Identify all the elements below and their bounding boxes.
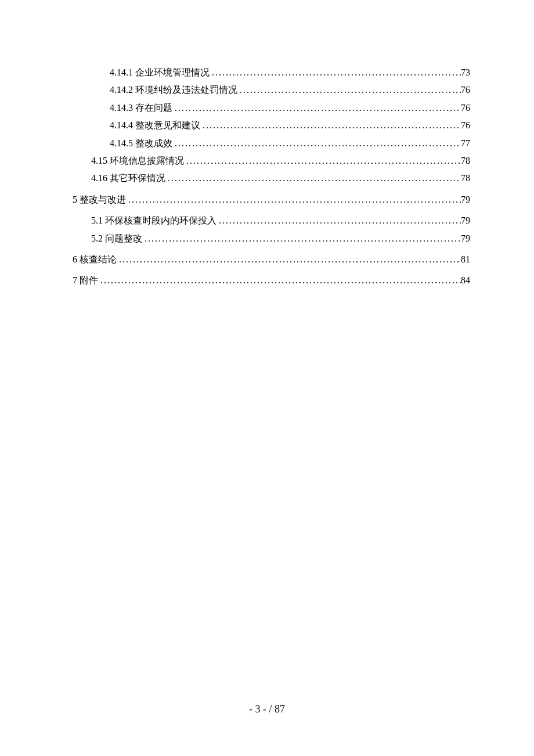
toc-label: 4.14.3 存在问题 bbox=[110, 99, 172, 117]
toc-entry: 5 整改与改进79 bbox=[73, 191, 470, 208]
toc-entry: 5.2 问题整改79 bbox=[73, 230, 470, 247]
toc-entry: 4.14.5 整改成效77 bbox=[73, 135, 470, 152]
toc-entry: 4.14.4 整改意见和建议76 bbox=[73, 117, 470, 134]
toc-label: 4.14.4 整改意见和建议 bbox=[110, 117, 200, 134]
toc-page-number: 79 bbox=[461, 212, 470, 229]
toc-entry: 7 附件84 bbox=[73, 272, 470, 289]
toc-leader-dots bbox=[172, 135, 461, 152]
toc-entry: 4.14.3 存在问题76 bbox=[73, 99, 470, 117]
toc-page-number: 84 bbox=[461, 272, 470, 289]
toc-label: 7 附件 bbox=[73, 272, 98, 289]
page-footer: - 3 - / 87 bbox=[0, 703, 534, 715]
toc-label: 4.14.1 企业环境管理情况 bbox=[110, 64, 210, 81]
toc-entry: 4.15 环境信息披露情况78 bbox=[73, 152, 470, 170]
toc-leader-dots bbox=[210, 64, 461, 81]
toc-label: 5.1 环保核查时段内的环保投入 bbox=[91, 212, 217, 229]
toc-page-number: 76 bbox=[461, 117, 470, 134]
toc-entry: 4.16 其它环保情况78 bbox=[73, 170, 470, 187]
toc-label: 5 整改与改进 bbox=[73, 191, 126, 208]
toc-label: 4.14.2 环境纠纷及违法处罚情况 bbox=[110, 81, 237, 99]
toc-leader-dots bbox=[237, 81, 461, 99]
toc-page-number: 76 bbox=[461, 81, 470, 99]
toc-page-number: 78 bbox=[461, 170, 470, 187]
toc-page-number: 76 bbox=[461, 99, 470, 117]
toc-page-number: 77 bbox=[461, 135, 470, 152]
toc-entry: 6 核查结论81 bbox=[73, 251, 470, 268]
toc-label: 5.2 问题整改 bbox=[91, 230, 142, 247]
page-content: 4.14.1 企业环境管理情况734.14.2 环境纠纷及违法处罚情况764.1… bbox=[0, 0, 534, 290]
toc-leader-dots bbox=[200, 117, 461, 134]
toc-page-number: 73 bbox=[461, 64, 470, 81]
toc-page-number: 79 bbox=[461, 191, 470, 208]
toc-page-number: 81 bbox=[461, 251, 470, 268]
toc-leader-dots bbox=[117, 251, 461, 268]
toc-leader-dots bbox=[172, 99, 461, 117]
toc-label: 4.15 环境信息披露情况 bbox=[91, 152, 184, 170]
toc-page-number: 79 bbox=[461, 230, 470, 247]
toc-entry: 4.14.1 企业环境管理情况73 bbox=[73, 64, 470, 81]
toc-entry: 5.1 环保核查时段内的环保投入79 bbox=[73, 212, 470, 229]
page-number: - 3 - / 87 bbox=[249, 703, 285, 715]
toc-leader-dots bbox=[98, 272, 461, 289]
toc-leader-dots bbox=[165, 170, 461, 187]
toc-leader-dots bbox=[142, 230, 461, 247]
toc-leader-dots bbox=[217, 212, 461, 229]
toc-label: 4.16 其它环保情况 bbox=[91, 170, 165, 187]
toc-label: 4.14.5 整改成效 bbox=[110, 135, 172, 152]
table-of-contents: 4.14.1 企业环境管理情况734.14.2 环境纠纷及违法处罚情况764.1… bbox=[73, 64, 470, 290]
toc-label: 6 核查结论 bbox=[73, 251, 117, 268]
toc-leader-dots bbox=[126, 191, 461, 208]
toc-entry: 4.14.2 环境纠纷及违法处罚情况76 bbox=[73, 81, 470, 99]
toc-page-number: 78 bbox=[461, 152, 470, 170]
toc-leader-dots bbox=[184, 152, 461, 170]
